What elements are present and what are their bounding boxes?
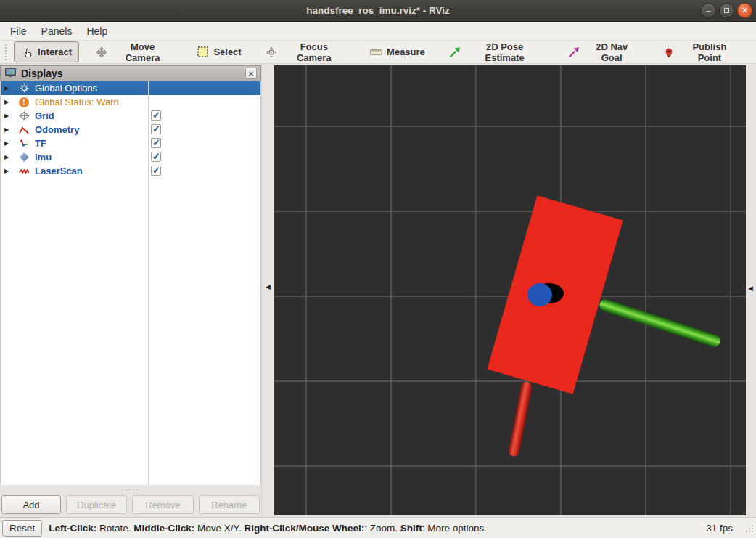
tool-2d-pose-estimate[interactable]: 2D Pose Estimate: [442, 37, 551, 68]
tool-move-camera[interactable]: Move Camera: [89, 37, 180, 68]
duplicate-button[interactable]: Duplicate: [66, 495, 127, 514]
odometry-checkbox[interactable]: [151, 124, 161, 134]
mouse-hints: Left-Click: Rotate. Middle-Click: Move X…: [49, 523, 487, 534]
focus-crosshair-icon: [266, 46, 278, 58]
tf-checkbox[interactable]: [151, 138, 161, 148]
panel-close-icon[interactable]: ✕: [245, 68, 257, 79]
tool-2d-nav-goal[interactable]: 2D Nav Goal: [561, 37, 647, 68]
selection-box-icon: [197, 46, 209, 58]
statusbar: Reset Left-Click: Rotate. Middle-Click: …: [0, 517, 756, 538]
panel-splitter-handle[interactable]: ·····: [0, 486, 261, 492]
tool-publish-point[interactable]: Publish Point: [656, 37, 747, 68]
minimize-icon[interactable]: –: [701, 3, 716, 18]
displays-tree: ▶ Global Options ▶ ! Global Status: Warn…: [0, 81, 261, 485]
resize-grip[interactable]: [745, 523, 754, 536]
toolbar-drag-handle[interactable]: [5, 44, 7, 60]
tree-column-divider[interactable]: [148, 81, 149, 485]
tool-interact[interactable]: Interact: [14, 41, 79, 62]
map-pin-icon: [663, 46, 675, 58]
menu-panels[interactable]: Panels: [34, 23, 80, 40]
remove-button[interactable]: Remove: [132, 495, 193, 514]
grid-checkbox[interactable]: [151, 110, 161, 121]
tool-focus-camera[interactable]: Focus Camera: [258, 37, 353, 68]
display-row-laserscan[interactable]: ▶ LaserScan: [1, 164, 260, 178]
display-row-tf[interactable]: ▶ TF: [1, 136, 260, 150]
left-splitter[interactable]: ◀: [261, 64, 274, 517]
tf-axes-icon: [18, 138, 30, 150]
add-button[interactable]: Add: [1, 495, 61, 514]
expand-arrow-icon[interactable]: ▶: [4, 141, 12, 147]
warning-icon: !: [18, 97, 30, 108]
pose-arrow-icon: [449, 46, 461, 58]
hand-icon: [21, 46, 33, 58]
collapse-right-arrow-icon[interactable]: ◀: [748, 285, 753, 292]
collapse-left-arrow-icon[interactable]: ◀: [266, 284, 271, 290]
window-title: handsfree_ros_imu.rviz* - RViz: [0, 0, 756, 22]
displays-buttons: Add Duplicate Remove Rename: [1, 495, 260, 514]
display-row-odometry[interactable]: ▶ Odometry: [1, 123, 260, 136]
reset-button[interactable]: Reset: [2, 520, 42, 537]
viewport-scene: [274, 65, 746, 515]
monitor-icon: [4, 67, 17, 81]
display-row-grid[interactable]: ▶ Grid: [1, 109, 260, 123]
menu-file[interactable]: File: [3, 23, 34, 40]
maximize-icon[interactable]: [719, 3, 734, 18]
expand-arrow-icon[interactable]: ▶: [4, 127, 12, 133]
laserscan-icon: [18, 166, 30, 177]
toolbar: Interact Move Camera Select Focus Camera: [0, 41, 756, 64]
move-arrows-icon: [96, 46, 108, 58]
displays-panel-title: Displays: [21, 68, 245, 79]
3d-viewport[interactable]: [274, 65, 746, 515]
close-icon[interactable]: ✕: [737, 3, 752, 18]
expand-arrow-icon[interactable]: ▶: [4, 155, 12, 160]
expand-arrow-icon[interactable]: ▶: [4, 168, 12, 174]
displays-panel: Displays ✕ ▶ Global Options ▶ ! Global S…: [0, 65, 261, 517]
expand-arrow-icon[interactable]: ▶: [4, 86, 12, 91]
right-splitter[interactable]: ◀: [746, 64, 756, 517]
grid-icon: [18, 110, 30, 122]
titlebar[interactable]: handsfree_ros_imu.rviz* - RViz – ✕: [0, 0, 756, 22]
rviz-window: handsfree_ros_imu.rviz* - RViz – ✕ File …: [0, 0, 756, 538]
odometry-icon: [18, 124, 30, 136]
imu-icon: [18, 152, 30, 163]
imu-checkbox[interactable]: [151, 152, 161, 162]
displays-panel-header[interactable]: Displays ✕: [0, 65, 261, 81]
laserscan-checkbox[interactable]: [151, 166, 161, 176]
tool-measure[interactable]: Measure: [363, 41, 432, 62]
expand-arrow-icon[interactable]: ▶: [4, 99, 12, 105]
gear-icon: [18, 83, 30, 94]
rename-button[interactable]: Rename: [199, 495, 260, 514]
ruler-icon: [370, 46, 382, 58]
expand-arrow-icon[interactable]: ▶: [4, 113, 12, 119]
display-row-imu[interactable]: ▶ Imu: [1, 150, 260, 164]
display-row-global-status[interactable]: ▶ ! Global Status: Warn: [1, 95, 260, 109]
main-area: Displays ✕ ▶ Global Options ▶ ! Global S…: [0, 64, 756, 517]
tool-select[interactable]: Select: [189, 41, 248, 62]
blue-disc: [527, 283, 552, 306]
nav-goal-arrow-icon: [568, 46, 580, 58]
display-row-global-options[interactable]: ▶ Global Options: [1, 81, 260, 95]
